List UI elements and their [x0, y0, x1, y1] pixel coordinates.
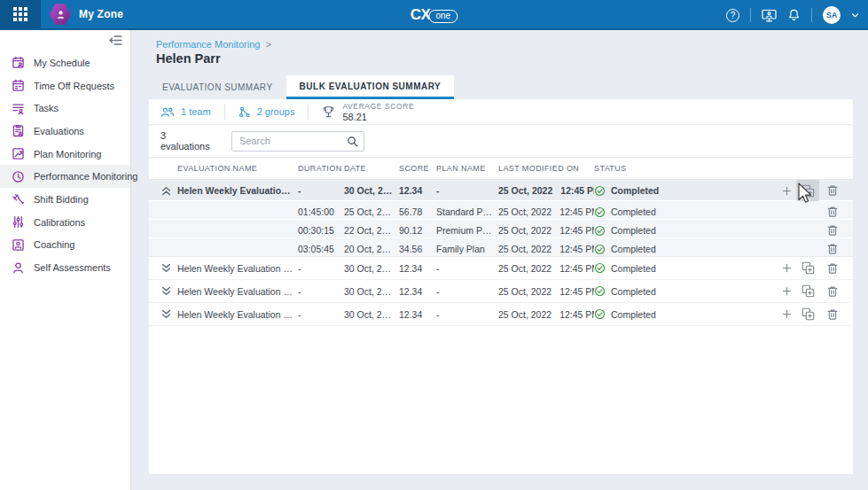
my-schedule-icon: [12, 56, 25, 69]
copy-icon: [802, 184, 815, 198]
delete-button[interactable]: [821, 180, 844, 201]
average-score-value: 58.21: [342, 113, 414, 121]
last-modified-date: 25 Oct, 2022: [498, 185, 552, 196]
trophy-icon: [322, 105, 335, 119]
plan-name-cell: Family Plan: [436, 244, 498, 254]
trash-icon: [826, 262, 839, 275]
sidebar-item-my-schedule[interactable]: My Schedule: [0, 51, 130, 74]
collapse-row-icon[interactable]: [161, 186, 171, 196]
header-evaluation-name: EVALUATION NAME: [177, 164, 298, 173]
copy-button[interactable]: [796, 258, 819, 279]
app-brand[interactable]: My Zone: [50, 4, 123, 26]
sidebar-item-self-assessments[interactable]: Self Assessments: [0, 256, 130, 279]
table-row[interactable]: Helen Weekly Evaluation - June 20 - 30 O…: [149, 303, 853, 326]
score-cell: 12.34: [399, 263, 436, 274]
sidebar-item-tasks[interactable]: Tasks: [0, 97, 130, 120]
expand-row-icon[interactable]: [161, 286, 171, 296]
sidebar-collapse-icon[interactable]: [108, 35, 122, 46]
search-icon: [347, 136, 358, 147]
plan-name-cell: -: [436, 309, 498, 320]
table-toolbar: 3 evaluations: [149, 125, 853, 157]
sidebar-item-shift-bidding[interactable]: Shift Bidding: [0, 188, 130, 211]
score-cell: 12.34: [399, 286, 436, 297]
delete-button[interactable]: [821, 258, 844, 279]
search-input[interactable]: [231, 131, 364, 152]
last-modified-time: 12:45 PM: [559, 206, 594, 217]
date-cell: 30 Oct, 2022: [344, 263, 399, 274]
groups-link[interactable]: 2 groups: [239, 106, 295, 118]
team-link[interactable]: 1 team: [160, 106, 211, 118]
sidebar-item-time-off-requests[interactable]: Time Off Requests: [0, 74, 130, 97]
status-label: Completed: [611, 263, 656, 274]
table-row[interactable]: Helen Weekly Evaluation - June… - 30 Oct…: [149, 180, 853, 201]
table-row[interactable]: Helen Weekly Evaluation - June 20 - 30 O…: [149, 257, 853, 280]
header-status: STATUS: [594, 164, 775, 173]
plan-name-cell: -: [436, 286, 498, 297]
row-expander: [161, 263, 177, 273]
separator: [308, 105, 309, 120]
table-row[interactable]: Helen Weekly Evaluation - June 20 - 30 O…: [149, 280, 853, 303]
table-row[interactable]: 01:45:00 25 Oct, 2022 56.78 Standard Pla…: [149, 201, 853, 220]
sidebar-item-label: Self Assessments: [34, 262, 111, 273]
plan-name-cell: -: [436, 263, 498, 274]
last-modified-date: 25 Oct, 2022: [498, 263, 551, 274]
notifications-bell-icon[interactable]: [787, 8, 801, 22]
completed-check-icon: [594, 185, 606, 197]
sidebar-item-label: Performance Monitoring: [34, 171, 137, 182]
breadcrumb-link[interactable]: Performance Monitoring: [156, 39, 260, 50]
tab-evaluation-summary[interactable]: EVALUATION SUMMARY: [149, 75, 286, 99]
evaluations-icon: [12, 124, 25, 137]
date-cell: 30 Oct, 2022: [344, 309, 399, 320]
copy-button[interactable]: [796, 304, 819, 325]
last-modified-date: 25 Oct, 2022: [498, 206, 551, 217]
delete-button[interactable]: [821, 304, 844, 325]
status-cell: Completed: [594, 206, 775, 218]
sidebar-item-evaluations[interactable]: Evaluations: [0, 120, 130, 143]
header-duration: DURATION: [298, 164, 344, 173]
sidebar-item-plan-monitoring[interactable]: Plan Monitoring: [0, 143, 130, 166]
groups-link-label: 2 groups: [257, 106, 295, 117]
add-evaluation-button[interactable]: [775, 304, 798, 325]
sidebar-item-calibrations[interactable]: Calibrations: [0, 211, 130, 234]
separator: [224, 105, 225, 120]
agent-monitor-icon[interactable]: [762, 9, 777, 22]
trash-icon: [826, 243, 839, 255]
team-icon: [160, 106, 175, 118]
plan-name-cell: Premium Plan: [436, 225, 498, 236]
expand-row-icon[interactable]: [161, 309, 171, 319]
completed-check-icon: [594, 308, 606, 320]
cxone-logo: CX one: [411, 0, 457, 30]
last-modified-date: 25 Oct, 2022: [498, 225, 551, 236]
copy-button[interactable]: [796, 180, 819, 201]
trash-icon: [826, 285, 839, 298]
add-evaluation-button[interactable]: [775, 180, 798, 201]
row-expander: [161, 286, 177, 296]
sidebar-item-coaching[interactable]: Coaching: [0, 234, 130, 257]
help-icon[interactable]: ?: [726, 9, 739, 22]
table-body: Helen Weekly Evaluation - June… - 30 Oct…: [149, 180, 853, 326]
user-avatar[interactable]: SA: [823, 6, 841, 24]
status-label: Completed: [611, 309, 656, 320]
separator: [750, 8, 751, 22]
table-row[interactable]: 00:30:15 22 Oct, 2022 90.12 Premium Plan…: [149, 220, 853, 238]
last-modified-date: 25 Oct, 2022: [498, 244, 551, 254]
groups-icon: [239, 106, 251, 118]
breadcrumb-separator: >: [265, 39, 270, 50]
expand-row-icon[interactable]: [161, 263, 171, 273]
add-evaluation-button[interactable]: [775, 258, 798, 279]
delete-button[interactable]: [821, 281, 844, 302]
breadcrumb: Performance Monitoring >: [156, 39, 853, 51]
add-evaluation-button[interactable]: [775, 281, 798, 302]
duration-cell: -: [298, 286, 344, 297]
chevron-down-icon[interactable]: [851, 12, 859, 19]
table-row[interactable]: 03:05:45 20 Oct, 2022 34.56 Family Plan …: [149, 238, 853, 257]
score-cell: 90.12: [399, 225, 436, 236]
duration-cell: -: [298, 309, 344, 320]
tab-bulk-evaluation-summary[interactable]: BULK EVALUATION SUMMARY: [286, 75, 455, 99]
app-launcher-button[interactable]: [0, 0, 41, 28]
score-cell: 12.34: [399, 185, 436, 196]
tab-bar: EVALUATION SUMMARY BULK EVALUATION SUMMA…: [149, 75, 853, 99]
delete-button[interactable]: [821, 238, 844, 260]
sidebar-item-performance-monitoring[interactable]: Performance Monitoring: [0, 165, 130, 188]
copy-button[interactable]: [796, 281, 819, 302]
